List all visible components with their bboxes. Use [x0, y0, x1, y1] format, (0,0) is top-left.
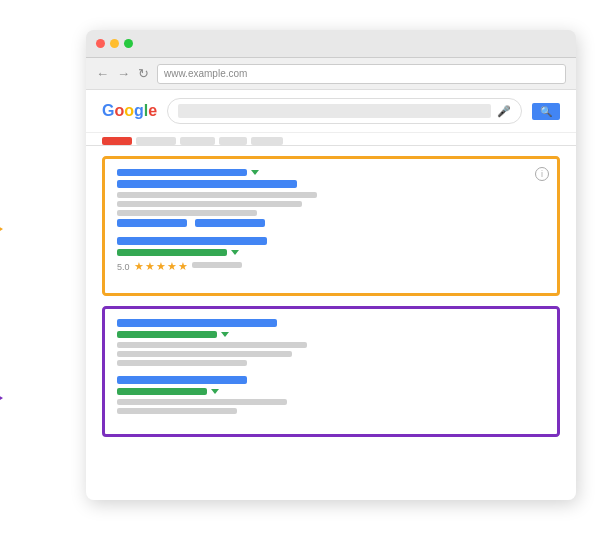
browser-titlebar — [86, 30, 576, 58]
browser-window: ← → ↻ www.example.com Google 🎤 🔍 — [86, 30, 576, 500]
star-2: ★ — [145, 260, 155, 273]
minimize-dot[interactable] — [110, 39, 119, 48]
result-1-title[interactable] — [117, 319, 277, 327]
scene: Ads SearchResults ← → ↻ www.example.com … — [26, 20, 586, 520]
result-2-url — [117, 388, 207, 395]
google-logo: Google — [102, 102, 157, 120]
google-search-bar: Google 🎤 🔍 — [86, 90, 576, 133]
result-1-url — [117, 331, 217, 338]
ad-title-1[interactable] — [117, 180, 297, 188]
ad-result-1 — [117, 169, 545, 227]
stars-row: 5.0 ★ ★ ★ ★ ★ — [117, 260, 545, 273]
refresh-button[interactable]: ↻ — [138, 66, 149, 81]
ad-desc-1c — [117, 210, 257, 216]
result-1-dropdown — [221, 332, 229, 337]
info-icon[interactable]: i — [535, 167, 549, 181]
ads-arrow — [0, 219, 3, 239]
result-1-desc-a — [117, 342, 307, 348]
star-5: ★ — [178, 260, 188, 273]
ad-url-1 — [117, 169, 247, 176]
nav-tab-more[interactable] — [251, 137, 283, 145]
dropdown-icon-1 — [251, 170, 259, 175]
star-4: ★ — [167, 260, 177, 273]
nav-tab-news[interactable] — [219, 137, 247, 145]
result-1-desc-c — [117, 360, 247, 366]
address-text: www.example.com — [164, 68, 247, 79]
star-1: ★ — [134, 260, 144, 273]
address-field[interactable]: www.example.com — [157, 64, 566, 84]
result-1 — [117, 319, 545, 366]
result-2-desc-b — [117, 408, 237, 414]
dropdown-icon-2 — [231, 250, 239, 255]
result-2-desc-a — [117, 399, 287, 405]
nav-tab-maps[interactable] — [180, 137, 215, 145]
star-rating-value: 5.0 — [117, 262, 130, 272]
google-search-input[interactable]: 🎤 — [167, 98, 522, 124]
close-dot[interactable] — [96, 39, 105, 48]
ad-desc-1b — [117, 201, 302, 207]
result-2-title[interactable] — [117, 376, 247, 384]
forward-button[interactable]: → — [117, 66, 130, 81]
maximize-dot[interactable] — [124, 39, 133, 48]
search-button[interactable]: 🔍 — [532, 103, 560, 120]
stars: ★ ★ ★ ★ ★ — [134, 260, 188, 273]
star-3: ★ — [156, 260, 166, 273]
ad-sitelinks — [117, 219, 545, 227]
ad-url-2 — [117, 249, 227, 256]
ad-result-2: 5.0 ★ ★ ★ ★ ★ — [117, 237, 545, 273]
search-input-placeholder — [178, 104, 491, 118]
content-area: i — [86, 146, 576, 500]
result-1-desc-b — [117, 351, 292, 357]
search-results-box — [102, 306, 560, 437]
nav-tab-images[interactable] — [136, 137, 176, 145]
sitelink-2[interactable] — [195, 219, 265, 227]
mic-icon[interactable]: 🎤 — [497, 105, 511, 118]
ad-desc-1a — [117, 192, 317, 198]
nav-tabs — [86, 133, 576, 146]
browser-addressbar: ← → ↻ www.example.com — [86, 58, 576, 90]
result-2-dropdown — [211, 389, 219, 394]
review-count — [192, 262, 242, 268]
sitelink-1[interactable] — [117, 219, 187, 227]
result-2 — [117, 376, 545, 414]
back-button[interactable]: ← — [96, 66, 109, 81]
ad-title-2[interactable] — [117, 237, 267, 245]
ad-box: i — [102, 156, 560, 296]
results-arrow — [0, 388, 3, 408]
nav-tab-all[interactable] — [102, 137, 132, 145]
